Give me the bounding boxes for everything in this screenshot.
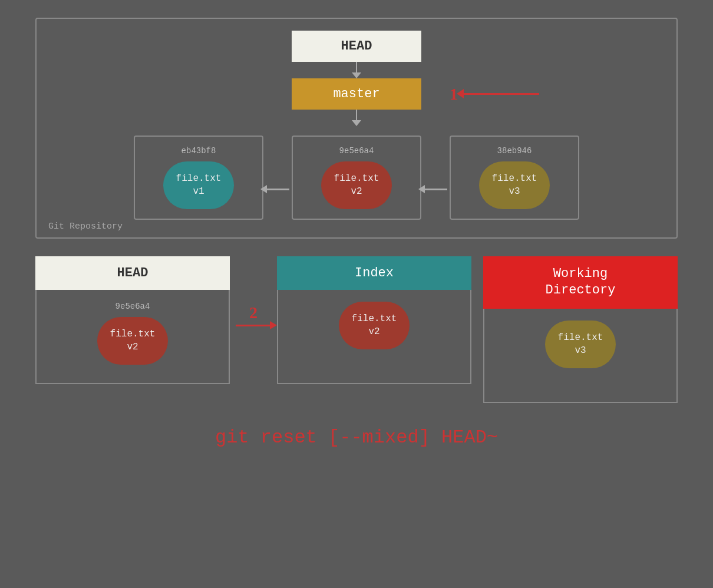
arrow-h-line-1	[266, 189, 289, 190]
arrow-right-center	[424, 189, 447, 190]
head-col-content: 9e5e6a4 file.txtv2	[35, 290, 230, 384]
git-repo-section: HEAD master 1 eb43bf8 file.txtv1	[35, 18, 678, 239]
working-dir-col-blob: file.txtv3	[545, 321, 616, 368]
commit-blob-2: file.txtv2	[321, 161, 392, 209]
index-col-header: Index	[277, 256, 471, 290]
master-commit-connector	[356, 110, 357, 120]
commit-box-1: eb43bf8 file.txtv1	[134, 136, 263, 220]
index-col: Index file.txtv2	[277, 256, 471, 384]
commit-blob-1: file.txtv1	[163, 161, 235, 209]
working-dir-col: WorkingDirectory file.txtv3	[483, 256, 678, 403]
head-col-hash: 9e5e6a4	[115, 302, 150, 311]
arrow-2-label: 2	[249, 303, 258, 322]
commit-hash-3: 38eb946	[463, 146, 566, 156]
arrow-center-left	[266, 189, 289, 190]
index-col-blob: file.txtv2	[339, 302, 410, 349]
repo-label: Git Repository	[48, 222, 123, 232]
git-reset-command: git reset [--mixed] HEAD~	[215, 427, 498, 448]
arrow-down-2-icon	[352, 120, 361, 126]
commit-box-2: 9e5e6a4 file.txtv2	[292, 136, 421, 220]
commit-hash-2: 9e5e6a4	[305, 146, 408, 156]
arrow-2-container: 2	[236, 303, 271, 326]
head-col-header: HEAD	[35, 256, 230, 290]
arrow-down-icon	[352, 72, 361, 78]
arrow-1-container: 1	[450, 85, 539, 104]
head-col: HEAD 9e5e6a4 file.txtv2	[35, 256, 230, 384]
head-col-blob: file.txtv2	[97, 317, 169, 365]
working-dir-col-header: WorkingDirectory	[483, 256, 678, 309]
bottom-section: HEAD 9e5e6a4 file.txtv2 2 Index file.txt…	[35, 256, 678, 403]
working-dir-col-content: file.txtv3	[483, 309, 678, 403]
commit-box-3: 38eb946 file.txtv3	[450, 136, 579, 220]
index-col-content: file.txtv2	[277, 290, 471, 384]
commit-blob-3: file.txtv3	[479, 161, 550, 209]
head-box-top: HEAD	[292, 31, 421, 62]
commits-row: eb43bf8 file.txtv1 9e5e6a4 file.txtv2 38…	[54, 136, 659, 220]
head-master-connector	[356, 62, 357, 72]
arrow-1-line	[463, 93, 539, 95]
commit-hash-1: eb43bf8	[147, 146, 250, 156]
arrow-h-line-2	[424, 189, 447, 190]
master-box: master 1	[292, 78, 421, 110]
arrow-2-line	[236, 325, 271, 326]
